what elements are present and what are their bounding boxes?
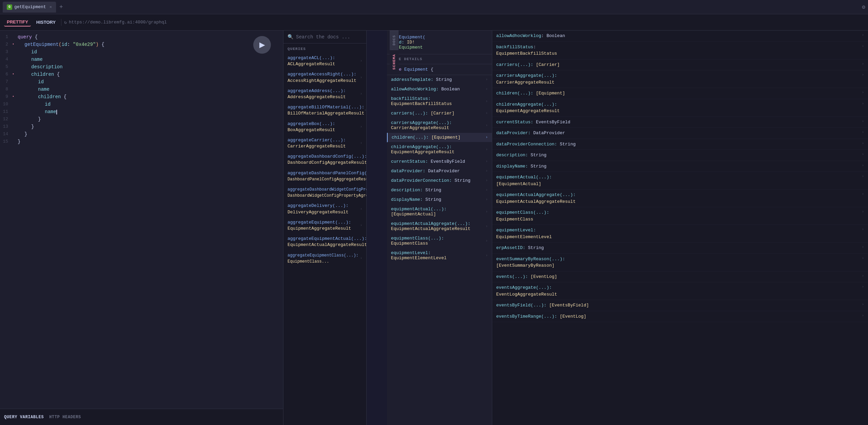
- detail-equipmentLevel[interactable]: equipmentLevel:EquipmentElementLevel ›: [492, 225, 868, 243]
- detail-erpAssetID[interactable]: erpAssetID: String ›: [492, 243, 868, 254]
- code-line-4: 4 name: [0, 56, 283, 63]
- settings-icon[interactable]: ⚙: [862, 4, 865, 11]
- detail-events[interactable]: events(...): [EventLog] ›: [492, 271, 868, 283]
- schema-field-equipmentLevel[interactable]: equipmentLevel:EquipmentElementLevel ›: [387, 248, 492, 263]
- tab-close-button[interactable]: ✕: [50, 4, 52, 10]
- schema-field-equipmentActualAgg[interactable]: equipmentActualAggregate(...):EquipmentA…: [387, 219, 492, 234]
- line-num-14: 14: [0, 130, 12, 138]
- code-text-3: id: [18, 48, 283, 56]
- list-item[interactable]: aggregateDelivery(...):DeliveryAggregate…: [283, 201, 366, 217]
- detail-childrenAgg[interactable]: childrenAggregate(...):EquipmentAggregat…: [492, 99, 868, 117]
- code-text-12: }: [18, 116, 283, 123]
- editor-content[interactable]: ▶ 1 query { 2 • getEquipment(id: "0x4e29…: [0, 31, 283, 409]
- schema-field-description[interactable]: description: String ›: [387, 185, 492, 195]
- list-item[interactable]: aggregateEquipment(...):EquipmentAggrega…: [283, 217, 366, 234]
- detail-carriers[interactable]: carriers(...): [Carrier] ›: [492, 59, 868, 71]
- code-text-5: description: [18, 63, 283, 71]
- add-tab-button[interactable]: +: [57, 4, 65, 11]
- code-text-11: name: [18, 108, 283, 116]
- list-item[interactable]: aggregateACL(...):ACLAggregateResult ›: [283, 53, 366, 69]
- tab-icon: G: [7, 4, 12, 10]
- detail-equipmentActualAgg[interactable]: equipmentActualAggregate(...):EquipmentA…: [492, 190, 868, 207]
- schema-field-currentStatus[interactable]: currentStatus: EventsByField ›: [387, 157, 492, 166]
- code-text-8: name: [18, 86, 283, 93]
- code-line-15: 15 }: [0, 138, 283, 145]
- main-layout: ▶ 1 query { 2 • getEquipment(id: "0x4e29…: [0, 31, 868, 425]
- line-num-2: 2: [0, 41, 12, 48]
- schema-tab[interactable]: SCHEMA: [390, 50, 399, 74]
- list-item[interactable]: aggregateAddress(...):AddressAggregateRe…: [283, 86, 366, 102]
- code-text-1: query {: [18, 33, 283, 41]
- list-item[interactable]: aggregateBillOfMaterial(...):BillOfMater…: [283, 102, 366, 119]
- list-item[interactable]: aggregateDashboardPanelConfig(...):Dashb…: [283, 168, 366, 184]
- code-line-3: 3 id: [0, 48, 283, 56]
- detail-eventsAgg[interactable]: eventsAggregate(...):EventLogAggregateRe…: [492, 282, 868, 300]
- list-item[interactable]: aggregateAccessRight(...):AccessRightAgg…: [283, 69, 366, 86]
- schema-field-dataProviderConn[interactable]: dataProviderConnection: String ›: [387, 176, 492, 185]
- docs-tab[interactable]: DOCS: [390, 31, 399, 50]
- list-item[interactable]: aggregateEquipmentClass(...):EquipmentCl…: [283, 250, 366, 267]
- schema-fields-list: addressTemplate: String › allowAdhocWork…: [387, 75, 492, 425]
- schema-field-childrenAggregate[interactable]: childrenAggregate(...):EquipmentAggregat…: [387, 142, 492, 157]
- detail-eventSummary[interactable]: eventSummaryByReason(...):[EventSummaryB…: [492, 254, 868, 271]
- code-text-4: name: [18, 56, 283, 63]
- line-num-10: 10: [0, 101, 12, 108]
- code-line-13: 13 }: [0, 123, 283, 130]
- line-num-9: 9: [0, 93, 12, 101]
- code-text-7: id: [18, 78, 283, 86]
- detail-allowAdhoc[interactable]: allowAdhocWorklog: Boolean ›: [492, 31, 868, 42]
- http-headers-tab[interactable]: HTTP HEADERS: [49, 415, 81, 420]
- line-num-6: 6: [0, 71, 12, 78]
- detail-equipmentActual[interactable]: equipmentActual(...):[EquipmentActual] ›: [492, 172, 868, 190]
- code-line-2: 2 • getEquipment(id: "0x4e29") {: [0, 41, 283, 48]
- editor-bottom: QUERY VARIABLES HTTP HEADERS: [0, 409, 283, 425]
- list-item[interactable]: aggregateDashboardConfig(...):DashboardC…: [283, 152, 366, 168]
- schema-field-backfill[interactable]: backfillStatus:EquipmentBackfillStatus ›: [387, 94, 492, 109]
- line-dot-9: •: [12, 93, 18, 101]
- detail-eventsByField[interactable]: eventsByField(...): [EventsByField] ›: [492, 300, 868, 311]
- detail-equipmentClass[interactable]: equipmentClass(...):EquipmentClass ›: [492, 207, 868, 225]
- run-button[interactable]: ▶: [253, 36, 271, 54]
- schema-field-children[interactable]: children(...): [Equipment] ›: [387, 133, 492, 142]
- schema-field-equipmentClass[interactable]: equipmentClass(...):EquipmentClass ›: [387, 234, 492, 248]
- list-item[interactable]: aggregateBox(...):BoxAggregateResult ›: [283, 119, 366, 135]
- code-text-13: }: [18, 123, 283, 130]
- schema-field-dataProvider[interactable]: dataProvider: DataProvider ›: [387, 166, 492, 176]
- code-text-14: }: [18, 130, 283, 138]
- schema-param-type: ID!: [407, 40, 415, 45]
- schema-field-allowAdhoc[interactable]: allowAdhocWorklog: Boolean ›: [387, 85, 492, 94]
- query-variables-tab[interactable]: QUERY VARIABLES: [4, 415, 44, 420]
- detail-currentStatus[interactable]: currentStatus: EventsByField ›: [492, 117, 868, 128]
- schema-field-carriersAggregate[interactable]: carriersAggregate(...):CarrierAggregateR…: [387, 118, 492, 133]
- line-num-5: 5: [0, 63, 12, 71]
- search-input[interactable]: [296, 34, 362, 40]
- list-item[interactable]: aggregateCarrier(...):CarrierAggregateRe…: [283, 135, 366, 152]
- detail-children[interactable]: children(...): [Equipment] ›: [492, 88, 868, 99]
- code-line-6: 6 • children {: [0, 71, 283, 78]
- list-item[interactable]: aggregateEquipmentActual(...):EquipmentA…: [283, 234, 366, 250]
- detail-dataProviderConn[interactable]: dataProviderConnection: String ›: [492, 139, 868, 150]
- detail-carriersAgg[interactable]: carriersAggregate(...):CarrierAggregateR…: [492, 70, 868, 88]
- editor-panel: ▶ 1 query { 2 • getEquipment(id: "0x4e29…: [0, 31, 283, 425]
- code-line-7: 7 id: [0, 78, 283, 86]
- detail-displayName[interactable]: displayName: String ›: [492, 161, 868, 172]
- details-panel: allowAdhocWorklog: Boolean › backfillSta…: [492, 31, 868, 425]
- line-num-8: 8: [0, 86, 12, 93]
- tab-get-equipment[interactable]: G getEquipment ✕: [3, 2, 56, 13]
- schema-field-displayName[interactable]: displayName: String ›: [387, 195, 492, 205]
- query-list: aggregateACL(...):ACLAggregateResult › a…: [283, 53, 366, 425]
- line-num-13: 13: [0, 123, 12, 130]
- code-text-10: id: [18, 101, 283, 108]
- schema-field-carriers[interactable]: carriers(...): [Carrier] ›: [387, 109, 492, 118]
- code-line-11: 11 name: [0, 108, 283, 116]
- history-button[interactable]: HISTORY: [34, 18, 58, 26]
- prettify-button[interactable]: PRETTIFY: [4, 18, 31, 26]
- schema-field-equipmentActual[interactable]: equipmentActual(...):[EquipmentActual] ›: [387, 205, 492, 219]
- detail-backfill[interactable]: backfillStatus:EquipmentBackfillStatus ›: [492, 42, 868, 59]
- detail-dataProvider[interactable]: dataProvider: DataProvider ›: [492, 128, 868, 139]
- list-item[interactable]: aggregateDashboardWidgetConfigPropa...Da…: [283, 184, 366, 201]
- refresh-icon[interactable]: ↻: [64, 20, 67, 25]
- schema-field-addressTemplate[interactable]: addressTemplate: String ›: [387, 75, 492, 85]
- detail-description[interactable]: description: String ›: [492, 150, 868, 161]
- detail-eventsByTimeRange[interactable]: eventsByTimeRange(...): [EventLog] ›: [492, 311, 868, 322]
